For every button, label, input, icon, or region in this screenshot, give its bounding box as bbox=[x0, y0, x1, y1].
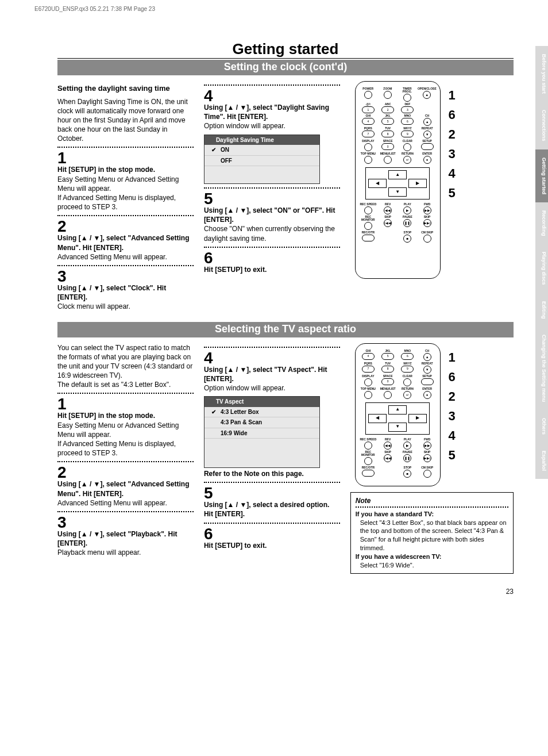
dpad: ▲ ▼ ◀ ▶ bbox=[365, 402, 430, 435]
aspect-step4-title: Using [▲ / ▼], select "TV Aspect". Hit [… bbox=[204, 365, 340, 383]
aspect-col3: GHI4 JKL5 MNO6 CH▲ PQRS7 TUV8 WXYZ9 REPE… bbox=[350, 343, 514, 574]
aspect-step1-text: Easy Setting Menu or Advanced Setting Me… bbox=[57, 421, 194, 458]
step3-text: Clock menu will appear. bbox=[57, 302, 194, 311]
clock-col2: 4 Using [▲ / ▼], select "Daylight Saving… bbox=[204, 81, 340, 313]
step4-num: 4 bbox=[204, 88, 340, 104]
header-meta: E6720UD_ENSP.qx3 05.2.21 7:38 PM Page 23 bbox=[34, 6, 155, 12]
aspect-menu-title: TV Aspect bbox=[204, 397, 319, 407]
step2-num: 2 bbox=[57, 218, 194, 235]
aspect-menu-wide: 16:9 Wide bbox=[204, 428, 319, 439]
separator bbox=[204, 247, 340, 248]
aspect-step4-num: 4 bbox=[204, 350, 340, 366]
aspect-step5-title: Using [▲ / ▼], select a desired option. … bbox=[204, 500, 340, 519]
aspect-step6-title: Hit [SETUP] to exit. bbox=[204, 541, 340, 550]
dst-menu-on: ON bbox=[204, 145, 319, 156]
dst-heading: Setting the daylight saving time bbox=[57, 83, 194, 94]
dst-menu-off: OFF bbox=[204, 156, 319, 167]
aspect-step4-text: Option window will appear. bbox=[204, 383, 340, 393]
step1-num: 1 bbox=[57, 150, 194, 166]
note-wide-tv-head: If you have a widescreen TV: bbox=[356, 553, 442, 560]
step3-num: 3 bbox=[57, 268, 194, 285]
step6-num: 6 bbox=[204, 250, 340, 266]
aspect-step2-title: Using [▲ / ▼], select "Advanced Setting … bbox=[57, 479, 194, 498]
aspect-step2-num: 2 bbox=[57, 465, 194, 481]
tab-connections: Connections bbox=[535, 102, 548, 149]
separator bbox=[204, 347, 340, 348]
tab-recording: Recording bbox=[535, 202, 548, 244]
tab-others: Others bbox=[535, 410, 548, 443]
aspect-menu-panscan: 4:3 Pan & Scan bbox=[204, 417, 319, 428]
step5-text: Choose "ON" when currently observing the… bbox=[204, 224, 340, 243]
tab-playing-discs: Playing discs bbox=[535, 244, 548, 293]
remote-callouts-1: 1 6 2 3 4 5 bbox=[449, 86, 456, 204]
separator bbox=[57, 215, 194, 216]
aspect-menu-letterbox: 4:3 Letter Box bbox=[204, 407, 319, 418]
subsection-bar-aspect: Selecting the TV aspect ratio bbox=[57, 322, 514, 337]
aspect-step1-num: 1 bbox=[57, 396, 194, 412]
aspect-step1-title: Hit [SETUP] in the stop mode. bbox=[57, 411, 194, 420]
tab-editing: Editing bbox=[535, 293, 548, 327]
dst-menu: Daylight Saving Time ON OFF bbox=[204, 135, 320, 185]
clock-col1: Setting the daylight saving time When Da… bbox=[57, 81, 194, 313]
note-wide-tv-text: Select "16:9 Wide". bbox=[356, 561, 508, 570]
page-title: Getting started bbox=[57, 40, 514, 59]
step5-num: 5 bbox=[204, 191, 340, 207]
dst-intro: When Daylight Saving Time is ON, the uni… bbox=[57, 97, 194, 144]
aspect-intro: You can select the TV aspect ratio to ma… bbox=[57, 343, 194, 390]
remote-callouts-2: 1 6 2 3 4 5 bbox=[449, 348, 456, 466]
aspect-step3-text: Playback menu will appear. bbox=[57, 548, 194, 557]
step4-title: Using [▲ / ▼], select "Daylight Saving T… bbox=[204, 103, 340, 121]
separator bbox=[204, 85, 340, 86]
remote-diagram-full: POWER ZOOM TIMER PROG. OPEN/CLOSE▲ .@/:1… bbox=[355, 81, 441, 279]
dst-menu-title: Daylight Saving Time bbox=[204, 135, 319, 145]
step5-title: Using [▲ / ▼], select "ON" or "OFF". Hit… bbox=[204, 206, 340, 224]
aspect-step3-title: Using [▲ / ▼], select "Playback". Hit [E… bbox=[57, 529, 194, 548]
separator bbox=[57, 265, 194, 266]
separator bbox=[57, 393, 194, 394]
step2-title: Using [▲ / ▼], select "Advanced Setting … bbox=[57, 233, 194, 252]
tab-before-you-start: Before you start bbox=[535, 46, 548, 102]
separator bbox=[204, 523, 340, 524]
aspect-step2-text: Advanced Setting Menu will appear. bbox=[57, 498, 194, 508]
subsection-bar-clock: Setting the clock (cont'd) bbox=[57, 60, 514, 75]
page-number: 23 bbox=[57, 588, 514, 596]
dpad: ▲ ▼ ◀ ▶ bbox=[365, 167, 430, 199]
note-std-tv-text: Select "4:3 Letter Box", so that black b… bbox=[356, 519, 508, 552]
aspect-col2: 4 Using [▲ / ▼], select "TV Aspect". Hit… bbox=[204, 343, 340, 574]
aspect-step6-num: 6 bbox=[204, 526, 340, 542]
separator bbox=[356, 506, 508, 508]
tab-changing-setting-menu: Changing the Setting menu bbox=[535, 327, 548, 410]
note-heading: Note bbox=[356, 496, 508, 505]
separator bbox=[204, 187, 340, 189]
step3-title: Using [▲ / ▼], select "Clock". Hit [ENTE… bbox=[57, 283, 194, 302]
separator bbox=[204, 482, 340, 483]
step1-title: Hit [SETUP] in the stop mode. bbox=[57, 165, 194, 174]
aspect-step5-num: 5 bbox=[204, 485, 340, 501]
aspect-menu: TV Aspect 4:3 Letter Box 4:3 Pan & Scan … bbox=[204, 396, 320, 468]
aspect-step3-num: 3 bbox=[57, 515, 194, 531]
tab-getting-started: Getting started bbox=[535, 149, 548, 202]
separator bbox=[57, 511, 194, 512]
aspect-col1: You can select the TV aspect ratio to ma… bbox=[57, 343, 194, 574]
step4-text: Option window will appear. bbox=[204, 121, 340, 131]
note-std-tv-head: If you have a standard TV: bbox=[356, 511, 434, 517]
separator bbox=[57, 461, 194, 462]
tab-espanol: Español bbox=[535, 443, 548, 479]
clock-col3: POWER ZOOM TIMER PROG. OPEN/CLOSE▲ .@/:1… bbox=[350, 81, 514, 313]
note-box: Note If you have a standard TV: Select "… bbox=[350, 492, 514, 574]
separator bbox=[57, 147, 194, 148]
step2-text: Advanced Setting Menu will appear. bbox=[57, 252, 194, 262]
step1-text: Easy Setting Menu or Advanced Setting Me… bbox=[57, 175, 194, 212]
remote-diagram-partial: GHI4 JKL5 MNO6 CH▲ PQRS7 TUV8 WXYZ9 REPE… bbox=[355, 343, 441, 486]
step6-title: Hit [SETUP] to exit. bbox=[204, 265, 340, 274]
aspect-refer-note: Refer to the Note on this page. bbox=[204, 469, 340, 478]
side-tabs: Before you start Connections Getting sta… bbox=[535, 46, 548, 479]
